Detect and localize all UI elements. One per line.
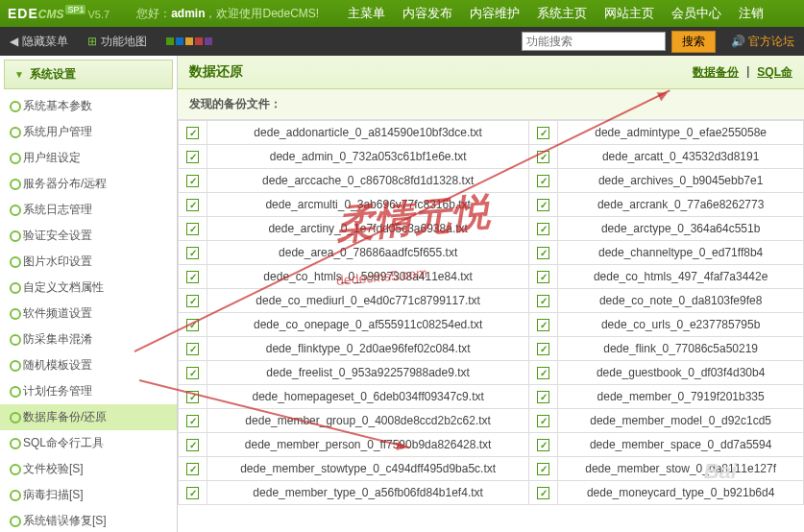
- checkbox[interactable]: ✓: [537, 151, 549, 163]
- section-label: 系统设置: [30, 66, 76, 83]
- color-swatch[interactable]: [166, 37, 174, 45]
- file-name: dede_member_type_0_a56fb06fd84b1ef4.txt: [207, 481, 529, 505]
- sidebar: ▼ 系统设置 系统基本参数系统用户管理用户组设定服务器分布/远程系统日志管理验证…: [0, 56, 178, 532]
- file-name: dede_co_mediurl_0_e4d0c771c8799117.txt: [207, 289, 529, 313]
- sidebar-section-system[interactable]: ▼ 系统设置: [4, 60, 173, 89]
- sidebar-item[interactable]: 验证安全设置: [0, 223, 177, 249]
- table-row: ✓dede_member_stowtype_0_c494dff495d9ba5c…: [179, 457, 804, 481]
- nav-sys-home[interactable]: 系统主页: [537, 5, 587, 22]
- checkbox[interactable]: ✓: [186, 127, 199, 139]
- table-row: ✓dede_addonarticle_0_a814590e10bf3dce.tx…: [179, 121, 804, 145]
- file-name: dede_member_space_0_dd7a5594: [558, 433, 804, 457]
- nav-publish[interactable]: 内容发布: [402, 5, 452, 22]
- checkbox[interactable]: ✓: [186, 247, 199, 259]
- table-row: ✓dede_arctiny_0_1e7fdd05c3a6938a.txt✓ded…: [179, 217, 804, 241]
- sidebar-item[interactable]: SQL命令行工具: [0, 430, 177, 456]
- sidebar-item[interactable]: 病毒扫描[S]: [0, 482, 177, 508]
- checkbox[interactable]: ✓: [537, 127, 549, 139]
- checkbox[interactable]: ✓: [186, 319, 199, 331]
- func-map-label: 功能地图: [101, 34, 147, 50]
- checkbox[interactable]: ✓: [537, 487, 549, 499]
- file-name: dede_member_0_7919f201b335: [558, 385, 804, 409]
- color-swatch[interactable]: [185, 37, 193, 45]
- collapse-icon: ◀: [10, 35, 18, 48]
- nav-member[interactable]: 会员中心: [671, 5, 721, 22]
- chevron-down-icon: ▼: [14, 69, 24, 80]
- file-name: dede_homepageset_0_6deb034ff09347c9.txt: [207, 385, 529, 409]
- file-name: dede_freelist_0_953a92257988ade9.txt: [207, 361, 529, 385]
- table-row: ✓dede_arccache_0_c86708c8fd1d1328.txt✓de…: [179, 169, 804, 193]
- checkbox[interactable]: ✓: [186, 415, 199, 427]
- file-name: dede_arccache_0_c86708c8fd1d1328.txt: [207, 169, 529, 193]
- link-sql[interactable]: SQL命: [757, 64, 792, 81]
- checkbox[interactable]: ✓: [186, 439, 199, 451]
- nav-maintain[interactable]: 内容维护: [470, 5, 520, 22]
- link-backup[interactable]: 数据备份: [693, 64, 739, 81]
- checkbox[interactable]: ✓: [186, 199, 199, 211]
- checkbox[interactable]: ✓: [537, 271, 549, 283]
- checkbox[interactable]: ✓: [537, 319, 549, 331]
- checkbox[interactable]: ✓: [186, 367, 199, 379]
- file-name: dede_member_stowtype_0_c494dff495d9ba5c.…: [207, 457, 529, 481]
- sidebar-item[interactable]: 数据库备份/还原: [0, 404, 177, 430]
- checkbox[interactable]: ✓: [186, 391, 199, 403]
- checkbox[interactable]: ✓: [537, 415, 549, 427]
- checkbox[interactable]: ✓: [537, 223, 549, 235]
- nav-site-home[interactable]: 网站主页: [604, 5, 654, 22]
- search-input[interactable]: [522, 32, 666, 51]
- checkbox[interactable]: ✓: [537, 391, 549, 403]
- sidebar-item[interactable]: 计划任务管理: [0, 378, 177, 404]
- table-row: ✓dede_member_person_0_ff7590b9da826428.t…: [179, 433, 804, 457]
- forum-link[interactable]: 🔊 官方论坛: [731, 34, 794, 50]
- table-row: ✓dede_co_htmls_0_59997308a411e84.txt✓ded…: [179, 265, 804, 289]
- file-name: dede_arctiny_0_1e7fdd05c3a6938a.txt: [207, 217, 529, 241]
- file-name: dede_archives_0_b9045ebb7e1: [558, 169, 804, 193]
- file-name: dede_arcrank_0_77a6e8262773: [558, 193, 804, 217]
- color-swatch[interactable]: [195, 37, 203, 45]
- checkbox[interactable]: ✓: [537, 175, 549, 187]
- sidebar-item[interactable]: 随机模板设置: [0, 352, 177, 378]
- top-nav: 主菜单 内容发布 内容维护 系统主页 网站主页 会员中心 注销: [348, 5, 764, 22]
- color-swatch[interactable]: [205, 37, 212, 45]
- table-row: ✓dede_member_type_0_a56fb06fd84b1ef4.txt…: [179, 481, 804, 505]
- checkbox[interactable]: ✓: [537, 439, 549, 451]
- sidebar-item[interactable]: 系统用户管理: [0, 119, 177, 145]
- sidebar-item[interactable]: 系统日志管理: [0, 197, 177, 223]
- sidebar-item[interactable]: 图片水印设置: [0, 249, 177, 275]
- func-map-link[interactable]: ⊞ 功能地图: [87, 34, 147, 50]
- sidebar-item[interactable]: 系统基本参数: [0, 93, 177, 119]
- file-name: dede_arcmulti_0_3ab696v77fc8316b.txt: [207, 193, 529, 217]
- nav-logout[interactable]: 注销: [739, 5, 764, 22]
- checkbox[interactable]: ✓: [186, 463, 199, 475]
- color-swatch[interactable]: [176, 37, 183, 45]
- sidebar-item[interactable]: 防采集串混淆: [0, 326, 177, 352]
- checkbox[interactable]: ✓: [537, 367, 549, 379]
- logo-sp-badge: SP1: [65, 5, 85, 14]
- checkbox[interactable]: ✓: [537, 343, 549, 355]
- checkbox[interactable]: ✓: [537, 463, 549, 475]
- hide-menu-label: 隐藏菜单: [22, 34, 68, 50]
- forum-label: 官方论坛: [748, 34, 794, 50]
- sidebar-item[interactable]: 用户组设定: [0, 145, 177, 171]
- sidebar-item[interactable]: 服务器分布/远程: [0, 171, 177, 197]
- sidebar-item[interactable]: 文件校验[S]: [0, 456, 177, 482]
- checkbox[interactable]: ✓: [186, 151, 199, 163]
- checkbox[interactable]: ✓: [537, 247, 549, 259]
- checkbox[interactable]: ✓: [186, 175, 199, 187]
- sidebar-item[interactable]: 自定义文档属性: [0, 275, 177, 301]
- sidebar-item[interactable]: 软件频道设置: [0, 301, 177, 326]
- content-area: 数据还原 数据备份 | SQL命 发现的备份文件： ✓dede_addonart…: [178, 56, 804, 532]
- checkbox[interactable]: ✓: [537, 295, 549, 307]
- checkbox[interactable]: ✓: [186, 487, 199, 499]
- nav-main-menu[interactable]: 主菜单: [348, 5, 385, 22]
- table-row: ✓dede_homepageset_0_6deb034ff09347c9.txt…: [179, 385, 804, 409]
- checkbox[interactable]: ✓: [186, 295, 199, 307]
- checkbox[interactable]: ✓: [186, 343, 199, 355]
- checkbox[interactable]: ✓: [186, 271, 199, 283]
- sidebar-item[interactable]: 系统错误修复[S]: [0, 508, 177, 532]
- checkbox[interactable]: ✓: [186, 223, 199, 235]
- hide-menu-toggle[interactable]: ◀ 隐藏菜单: [10, 34, 68, 50]
- file-name: dede_co_htmls_0_59997308a411e84.txt: [207, 265, 529, 289]
- checkbox[interactable]: ✓: [537, 199, 549, 211]
- search-button[interactable]: 搜索: [671, 31, 716, 53]
